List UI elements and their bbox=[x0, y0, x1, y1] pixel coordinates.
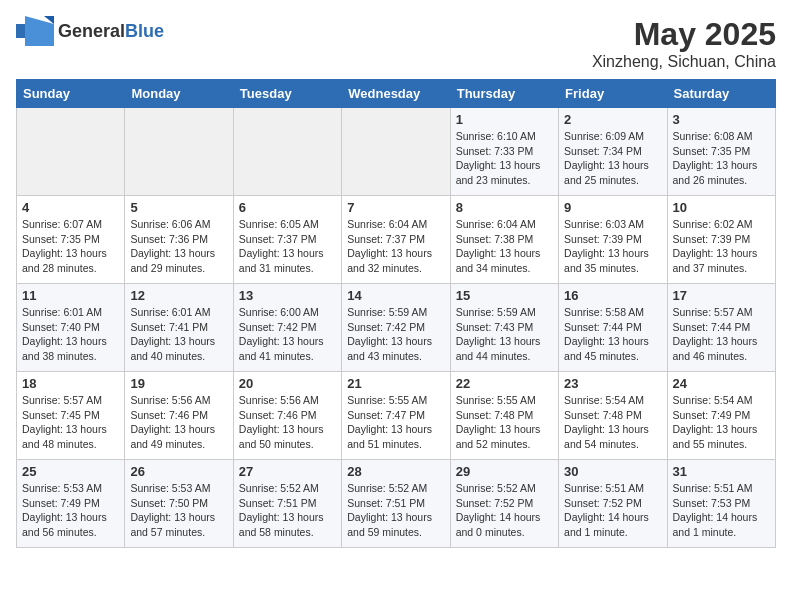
calendar-week-1: 1Sunrise: 6:10 AM Sunset: 7:33 PM Daylig… bbox=[17, 108, 776, 196]
day-number: 18 bbox=[22, 376, 119, 391]
day-info: Sunrise: 5:53 AM Sunset: 7:49 PM Dayligh… bbox=[22, 481, 119, 540]
day-number: 21 bbox=[347, 376, 444, 391]
day-info: Sunrise: 5:52 AM Sunset: 7:52 PM Dayligh… bbox=[456, 481, 553, 540]
header-tuesday: Tuesday bbox=[233, 80, 341, 108]
calendar-header-row: SundayMondayTuesdayWednesdayThursdayFrid… bbox=[17, 80, 776, 108]
calendar-cell bbox=[17, 108, 125, 196]
day-info: Sunrise: 6:08 AM Sunset: 7:35 PM Dayligh… bbox=[673, 129, 770, 188]
day-number: 9 bbox=[564, 200, 661, 215]
day-number: 22 bbox=[456, 376, 553, 391]
day-number: 6 bbox=[239, 200, 336, 215]
header-friday: Friday bbox=[559, 80, 667, 108]
calendar-cell: 5Sunrise: 6:06 AM Sunset: 7:36 PM Daylig… bbox=[125, 196, 233, 284]
day-info: Sunrise: 5:56 AM Sunset: 7:46 PM Dayligh… bbox=[239, 393, 336, 452]
calendar-cell: 29Sunrise: 5:52 AM Sunset: 7:52 PM Dayli… bbox=[450, 460, 558, 548]
calendar-cell: 19Sunrise: 5:56 AM Sunset: 7:46 PM Dayli… bbox=[125, 372, 233, 460]
calendar-cell bbox=[125, 108, 233, 196]
calendar-cell: 31Sunrise: 5:51 AM Sunset: 7:53 PM Dayli… bbox=[667, 460, 775, 548]
title-block: May 2025 Xinzheng, Sichuan, China bbox=[592, 16, 776, 71]
header-monday: Monday bbox=[125, 80, 233, 108]
page-header: GeneralBlue May 2025 Xinzheng, Sichuan, … bbox=[16, 16, 776, 71]
calendar-cell: 25Sunrise: 5:53 AM Sunset: 7:49 PM Dayli… bbox=[17, 460, 125, 548]
calendar-cell: 22Sunrise: 5:55 AM Sunset: 7:48 PM Dayli… bbox=[450, 372, 558, 460]
day-info: Sunrise: 6:09 AM Sunset: 7:34 PM Dayligh… bbox=[564, 129, 661, 188]
calendar-cell bbox=[342, 108, 450, 196]
day-info: Sunrise: 5:55 AM Sunset: 7:47 PM Dayligh… bbox=[347, 393, 444, 452]
day-info: Sunrise: 5:56 AM Sunset: 7:46 PM Dayligh… bbox=[130, 393, 227, 452]
calendar-cell: 15Sunrise: 5:59 AM Sunset: 7:43 PM Dayli… bbox=[450, 284, 558, 372]
calendar-cell: 27Sunrise: 5:52 AM Sunset: 7:51 PM Dayli… bbox=[233, 460, 341, 548]
day-number: 16 bbox=[564, 288, 661, 303]
logo-general: General bbox=[58, 21, 125, 41]
day-info: Sunrise: 5:59 AM Sunset: 7:42 PM Dayligh… bbox=[347, 305, 444, 364]
header-wednesday: Wednesday bbox=[342, 80, 450, 108]
day-info: Sunrise: 5:57 AM Sunset: 7:44 PM Dayligh… bbox=[673, 305, 770, 364]
day-number: 15 bbox=[456, 288, 553, 303]
calendar-cell: 13Sunrise: 6:00 AM Sunset: 7:42 PM Dayli… bbox=[233, 284, 341, 372]
calendar-week-5: 25Sunrise: 5:53 AM Sunset: 7:49 PM Dayli… bbox=[17, 460, 776, 548]
day-number: 8 bbox=[456, 200, 553, 215]
day-number: 2 bbox=[564, 112, 661, 127]
calendar-cell: 3Sunrise: 6:08 AM Sunset: 7:35 PM Daylig… bbox=[667, 108, 775, 196]
calendar-cell: 23Sunrise: 5:54 AM Sunset: 7:48 PM Dayli… bbox=[559, 372, 667, 460]
day-number: 20 bbox=[239, 376, 336, 391]
calendar-cell: 9Sunrise: 6:03 AM Sunset: 7:39 PM Daylig… bbox=[559, 196, 667, 284]
calendar-cell: 1Sunrise: 6:10 AM Sunset: 7:33 PM Daylig… bbox=[450, 108, 558, 196]
day-info: Sunrise: 6:01 AM Sunset: 7:40 PM Dayligh… bbox=[22, 305, 119, 364]
day-info: Sunrise: 6:04 AM Sunset: 7:38 PM Dayligh… bbox=[456, 217, 553, 276]
day-info: Sunrise: 5:51 AM Sunset: 7:52 PM Dayligh… bbox=[564, 481, 661, 540]
day-number: 25 bbox=[22, 464, 119, 479]
day-number: 1 bbox=[456, 112, 553, 127]
day-number: 7 bbox=[347, 200, 444, 215]
calendar-cell: 7Sunrise: 6:04 AM Sunset: 7:37 PM Daylig… bbox=[342, 196, 450, 284]
calendar-cell: 6Sunrise: 6:05 AM Sunset: 7:37 PM Daylig… bbox=[233, 196, 341, 284]
day-number: 11 bbox=[22, 288, 119, 303]
day-number: 27 bbox=[239, 464, 336, 479]
day-number: 19 bbox=[130, 376, 227, 391]
header-sunday: Sunday bbox=[17, 80, 125, 108]
day-info: Sunrise: 6:01 AM Sunset: 7:41 PM Dayligh… bbox=[130, 305, 227, 364]
calendar-cell: 24Sunrise: 5:54 AM Sunset: 7:49 PM Dayli… bbox=[667, 372, 775, 460]
calendar-cell: 12Sunrise: 6:01 AM Sunset: 7:41 PM Dayli… bbox=[125, 284, 233, 372]
logo: GeneralBlue bbox=[16, 16, 164, 46]
logo-icon bbox=[16, 16, 54, 46]
day-info: Sunrise: 6:06 AM Sunset: 7:36 PM Dayligh… bbox=[130, 217, 227, 276]
header-thursday: Thursday bbox=[450, 80, 558, 108]
day-number: 5 bbox=[130, 200, 227, 215]
calendar-cell: 10Sunrise: 6:02 AM Sunset: 7:39 PM Dayli… bbox=[667, 196, 775, 284]
day-info: Sunrise: 6:03 AM Sunset: 7:39 PM Dayligh… bbox=[564, 217, 661, 276]
day-number: 14 bbox=[347, 288, 444, 303]
calendar-cell: 4Sunrise: 6:07 AM Sunset: 7:35 PM Daylig… bbox=[17, 196, 125, 284]
calendar-cell bbox=[233, 108, 341, 196]
day-number: 3 bbox=[673, 112, 770, 127]
day-info: Sunrise: 6:10 AM Sunset: 7:33 PM Dayligh… bbox=[456, 129, 553, 188]
calendar-cell: 28Sunrise: 5:52 AM Sunset: 7:51 PM Dayli… bbox=[342, 460, 450, 548]
day-number: 4 bbox=[22, 200, 119, 215]
logo-blue: Blue bbox=[125, 21, 164, 41]
day-number: 23 bbox=[564, 376, 661, 391]
calendar-cell: 21Sunrise: 5:55 AM Sunset: 7:47 PM Dayli… bbox=[342, 372, 450, 460]
day-number: 28 bbox=[347, 464, 444, 479]
calendar-cell: 2Sunrise: 6:09 AM Sunset: 7:34 PM Daylig… bbox=[559, 108, 667, 196]
day-info: Sunrise: 5:54 AM Sunset: 7:48 PM Dayligh… bbox=[564, 393, 661, 452]
day-info: Sunrise: 6:00 AM Sunset: 7:42 PM Dayligh… bbox=[239, 305, 336, 364]
calendar-cell: 18Sunrise: 5:57 AM Sunset: 7:45 PM Dayli… bbox=[17, 372, 125, 460]
location-title: Xinzheng, Sichuan, China bbox=[592, 53, 776, 71]
header-saturday: Saturday bbox=[667, 80, 775, 108]
calendar-cell: 8Sunrise: 6:04 AM Sunset: 7:38 PM Daylig… bbox=[450, 196, 558, 284]
day-number: 10 bbox=[673, 200, 770, 215]
day-info: Sunrise: 5:52 AM Sunset: 7:51 PM Dayligh… bbox=[239, 481, 336, 540]
calendar-cell: 30Sunrise: 5:51 AM Sunset: 7:52 PM Dayli… bbox=[559, 460, 667, 548]
calendar-cell: 16Sunrise: 5:58 AM Sunset: 7:44 PM Dayli… bbox=[559, 284, 667, 372]
month-title: May 2025 bbox=[592, 16, 776, 53]
day-info: Sunrise: 5:54 AM Sunset: 7:49 PM Dayligh… bbox=[673, 393, 770, 452]
calendar-week-4: 18Sunrise: 5:57 AM Sunset: 7:45 PM Dayli… bbox=[17, 372, 776, 460]
day-number: 17 bbox=[673, 288, 770, 303]
day-number: 24 bbox=[673, 376, 770, 391]
calendar-cell: 11Sunrise: 6:01 AM Sunset: 7:40 PM Dayli… bbox=[17, 284, 125, 372]
calendar-cell: 26Sunrise: 5:53 AM Sunset: 7:50 PM Dayli… bbox=[125, 460, 233, 548]
day-number: 30 bbox=[564, 464, 661, 479]
day-number: 12 bbox=[130, 288, 227, 303]
day-number: 31 bbox=[673, 464, 770, 479]
day-info: Sunrise: 5:58 AM Sunset: 7:44 PM Dayligh… bbox=[564, 305, 661, 364]
